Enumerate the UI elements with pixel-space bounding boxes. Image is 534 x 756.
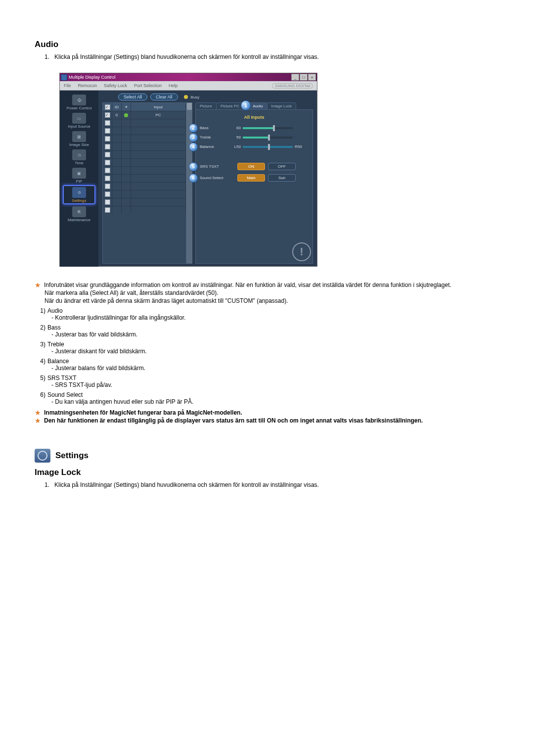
- star-icon: ★: [35, 417, 41, 424]
- callout-marker-5: 5: [189, 162, 198, 171]
- intro-num: 1.: [44, 481, 54, 488]
- sidebar-item-time[interactable]: ◷ Time: [64, 148, 94, 166]
- menu-safety-lock[interactable]: Safety Lock: [104, 83, 127, 88]
- section-audio-title: Audio: [35, 40, 499, 49]
- all-inputs-label: All Inputs: [200, 115, 309, 120]
- col-input: Input: [131, 103, 186, 111]
- titlebar: Multiple Display Control _ □ ×: [60, 73, 317, 81]
- display-grid: ID ✶ Input 0 PC: [102, 102, 186, 264]
- checkbox-icon[interactable]: [105, 104, 110, 110]
- row-id: 0: [112, 111, 122, 119]
- callout-marker-3: 3: [189, 133, 198, 142]
- sound-main-button[interactable]: Main: [237, 174, 265, 182]
- intro-text: Klicka på Inställningar (Settings) bland…: [54, 481, 319, 488]
- menu-port-selection[interactable]: Port Selection: [134, 83, 162, 88]
- settings-subheader: Settings: [35, 449, 499, 463]
- sidebar-item-power-control[interactable]: ⏻ Power Control: [64, 94, 94, 111]
- app-window: Multiple Display Control _ □ × File Remo…: [59, 73, 317, 267]
- sound-select-row: 6 Sound Select Main Sub: [200, 174, 309, 182]
- menubar: File Remocon Safety Lock Port Selection …: [60, 81, 317, 91]
- app-screenshot: Multiple Display Control _ □ × File Remo…: [59, 73, 499, 267]
- tab-picture-pc[interactable]: Picture PC: [216, 102, 244, 109]
- menu-help[interactable]: Help: [169, 83, 178, 88]
- maximize-icon[interactable]: □: [300, 74, 308, 81]
- sidebar-item-input-source[interactable]: ▭ Input Source: [64, 112, 94, 129]
- power-icon: ⏻: [72, 94, 86, 105]
- desc-star3: Den här funktionen är endast tillgänglig…: [44, 417, 499, 424]
- description-block: ★ Inforutnätet visar grundläggande infor…: [35, 282, 499, 424]
- sidebar-item-pip[interactable]: ▣ PIP: [64, 167, 94, 184]
- sidebar: ⏻ Power Control ▭ Input Source ▦ Image S…: [60, 91, 98, 267]
- list-item: 3) Treble - Justerar diskant för vald bi…: [35, 341, 499, 355]
- tab-audio[interactable]: 1 Audio: [243, 102, 267, 109]
- settings-icon: [35, 449, 50, 463]
- minimize-icon[interactable]: _: [291, 74, 299, 81]
- tab-picture[interactable]: Picture: [195, 102, 217, 109]
- treble-slider[interactable]: [243, 137, 293, 139]
- checkbox-icon[interactable]: [105, 168, 110, 173]
- close-icon[interactable]: ×: [308, 74, 316, 81]
- checkbox-icon[interactable]: [105, 160, 110, 165]
- list-item: 5) SRS TSXT - SRS TSXT-ljud på/av.: [35, 375, 499, 388]
- input-source-icon: ▭: [72, 113, 86, 124]
- checkbox-icon[interactable]: [105, 112, 110, 118]
- sidebar-item-image-size[interactable]: ▦ Image Size: [64, 130, 94, 147]
- pip-icon: ▣: [72, 168, 86, 179]
- checkbox-icon[interactable]: [105, 191, 110, 197]
- col-check[interactable]: [103, 103, 112, 111]
- checkbox-icon[interactable]: [105, 207, 110, 213]
- sidebar-item-maintenance[interactable]: 🛠 Maintenance: [64, 205, 94, 223]
- star-icon: ★: [35, 282, 41, 288]
- sound-sub-button[interactable]: Sub: [268, 174, 296, 182]
- info-icon: !: [292, 242, 311, 261]
- balance-right: R50: [293, 144, 309, 149]
- list-item: 6) Sound Select - Du kan välja antingen …: [35, 391, 499, 405]
- time-icon: ◷: [72, 149, 86, 160]
- desc-star2: Inmatningsenheten för MagicNet fungerar …: [44, 409, 499, 416]
- bass-slider[interactable]: [243, 127, 293, 129]
- tab-image-lock[interactable]: Image Lock: [267, 102, 296, 109]
- menu-remocon[interactable]: Remocon: [78, 83, 97, 88]
- menu-file[interactable]: File: [64, 83, 71, 88]
- bass-row: 2 Bass 60: [200, 126, 309, 130]
- list-item: 2) Bass - Justerar bas för vald bildskär…: [35, 324, 499, 338]
- intro-item: 1. Klicka på Inställningar (Settings) bl…: [44, 481, 499, 488]
- status-dot-icon: [124, 113, 128, 117]
- treble-value: 50: [227, 135, 243, 140]
- checkbox-icon[interactable]: [105, 144, 110, 149]
- callout-marker-4: 4: [189, 142, 198, 151]
- checkbox-icon[interactable]: [105, 184, 110, 189]
- checkbox-icon[interactable]: [105, 136, 110, 142]
- window-title: Multiple Display Control: [69, 75, 116, 80]
- balance-slider[interactable]: [243, 146, 293, 148]
- busy-label: Busy: [191, 95, 200, 99]
- checkbox-icon[interactable]: [105, 120, 110, 126]
- desc-plain1: När markera alla (Select All) är valt, å…: [44, 289, 499, 296]
- srs-off-button[interactable]: OFF: [268, 163, 296, 170]
- balance-label: Balance: [200, 144, 227, 149]
- brand-label: SAMSUNG DIGITall: [272, 83, 313, 89]
- select-all-button[interactable]: Select All: [118, 94, 147, 100]
- callout-marker-1: 1: [241, 100, 251, 110]
- srs-on-button[interactable]: ON: [237, 163, 265, 170]
- sound-select-label: Sound Select: [200, 176, 234, 180]
- maintenance-icon: 🛠: [72, 206, 86, 217]
- balance-row: 4 Balance L50 R50: [200, 144, 309, 149]
- checkbox-icon[interactable]: [105, 176, 110, 181]
- checkbox-icon[interactable]: [105, 199, 110, 205]
- col-id: ID: [112, 103, 122, 111]
- audio-panel: All Inputs 2 Bass 60 3: [195, 109, 313, 264]
- checkbox-icon[interactable]: [105, 128, 110, 134]
- list-item: 1) Audio - Kontrollerar ljudinställninga…: [35, 307, 499, 321]
- callout-marker-6: 6: [189, 174, 198, 183]
- desc-star1: Inforutnätet visar grundläggande informa…: [44, 282, 499, 288]
- section-image-lock-title: Image Lock: [35, 468, 499, 477]
- srs-label: SRS TSXT: [200, 164, 234, 169]
- app-icon: [61, 74, 67, 81]
- table-row[interactable]: 0 PC: [103, 111, 186, 119]
- sidebar-item-settings[interactable]: ⚙ Settings: [63, 185, 95, 204]
- clear-all-button[interactable]: Clear All: [150, 94, 178, 100]
- checkbox-icon[interactable]: [105, 152, 110, 157]
- gear-icon: ⚙: [72, 187, 86, 198]
- bass-value: 60: [227, 126, 243, 130]
